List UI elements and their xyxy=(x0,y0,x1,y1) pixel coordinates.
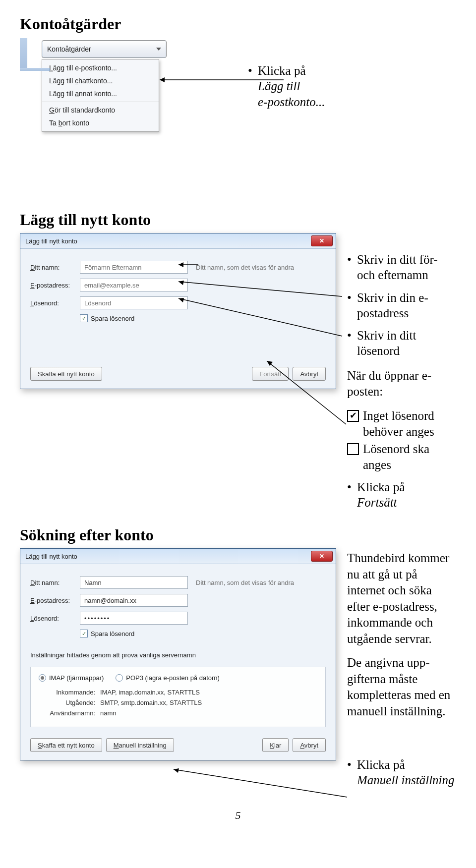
svg-line-10 xyxy=(174,769,347,797)
dialog2-title: Lägg till nytt konto xyxy=(25,553,77,560)
chk-password-required: Lösenord ska anges xyxy=(347,441,456,473)
instr2-b3: Skriv in ditt lösenord xyxy=(357,328,456,359)
dialog1-title: Lägg till nytt konto xyxy=(25,237,77,245)
password-input[interactable]: Lösenord xyxy=(80,296,188,309)
radio-imap[interactable]: IMAP (fjärrmappar) xyxy=(39,674,104,682)
account-actions-menu: Lägg till e-postkonto... Lägg till chatt… xyxy=(42,59,159,132)
chevron-down-icon xyxy=(156,48,161,51)
close-icon[interactable]: ✕ xyxy=(311,235,333,246)
section2-heading: Lägg till nytt konto xyxy=(20,211,456,229)
instr2-open: När du öppnar e-posten: xyxy=(347,368,456,400)
instr2-b4: Klicka på Fortsätt xyxy=(357,479,456,511)
dropdown-label: Kontoåtgärder xyxy=(47,45,91,53)
name-hint-2: Ditt namn, som det visas för andra xyxy=(196,579,294,586)
name-hint: Ditt namn, som det visas för andra xyxy=(196,264,294,271)
instr2-b2: Skriv in din e-postadress xyxy=(357,290,456,321)
done-button[interactable]: Klar xyxy=(262,738,289,752)
svg-marker-11 xyxy=(174,768,179,773)
save-password-checkbox-2[interactable]: ✓ xyxy=(80,630,88,637)
page-number: 5 xyxy=(20,809,456,822)
add-account-dialog-1: Lägg till nytt konto ✕ Ditt namn: Förnam… xyxy=(20,233,336,389)
menu-item-add-chat[interactable]: Lägg till chattkonto... xyxy=(42,74,159,87)
instr3-p1: Thundebird kommer nu att gå ut på intern… xyxy=(347,550,456,647)
get-new-account-button[interactable]: Skaffa ett nytt konto xyxy=(30,367,102,381)
menu-item-remove[interactable]: Ta bort konto xyxy=(42,116,159,129)
get-new-account-button-2[interactable]: Skaffa ett nytt konto xyxy=(30,738,102,752)
continue-button[interactable]: Fortsätt xyxy=(252,367,289,381)
manual-settings-button[interactable]: Manuell inställning xyxy=(106,738,174,752)
menu-item-make-default[interactable]: Gör till standardkonto xyxy=(42,102,159,116)
radio-pop3[interactable]: POP3 (lagra e-posten på datorn) xyxy=(116,674,220,682)
menu-item-add-other[interactable]: Lägg till annat konto... xyxy=(42,87,159,100)
section3-heading: Sökning efter konto xyxy=(20,526,456,544)
account-actions-dropdown[interactable]: Kontoåtgärder xyxy=(42,40,167,58)
add-account-dialog-2: Lägg till nytt konto ✕ Ditt namn: Namn D… xyxy=(20,548,336,760)
save-password-checkbox[interactable]: ✓ xyxy=(80,314,88,322)
instr3-p2: De angivna upp­gifterna måste kompletter… xyxy=(347,655,456,719)
search-status: Inställningar hittades genom att prova v… xyxy=(30,651,326,659)
email-input-2[interactable]: namn@domain.xx xyxy=(80,594,188,607)
instr1-bullet: Klicka på Lägg till e-postkonto... xyxy=(258,63,456,110)
chk-no-password: ✔Inget lösenord behöver anges xyxy=(347,408,456,440)
cancel-button[interactable]: Avbryt xyxy=(293,367,326,381)
name-input-2[interactable]: Namn xyxy=(80,576,188,589)
name-input[interactable]: Förnamn Efternamn xyxy=(80,261,188,274)
cancel-button-2[interactable]: Avbryt xyxy=(293,738,326,752)
save-password-label: Spara lösenord xyxy=(91,315,134,322)
email-input[interactable]: email@example.se xyxy=(80,279,188,291)
menu-item-add-email[interactable]: Lägg till e-postkonto... xyxy=(42,61,159,74)
password-input-2[interactable]: •••••••• xyxy=(80,612,188,625)
instr2-b1: Skriv in ditt för- och efter­namn xyxy=(357,252,456,283)
server-panel: IMAP (fjärrmappar) POP3 (lagra e-posten … xyxy=(30,667,326,727)
close-icon[interactable]: ✕ xyxy=(311,551,333,562)
instr3-b1: Klicka på Manuell inställning xyxy=(357,757,456,788)
section1-heading: Kontoåtgärder xyxy=(20,15,456,33)
svg-marker-1 xyxy=(160,77,165,82)
